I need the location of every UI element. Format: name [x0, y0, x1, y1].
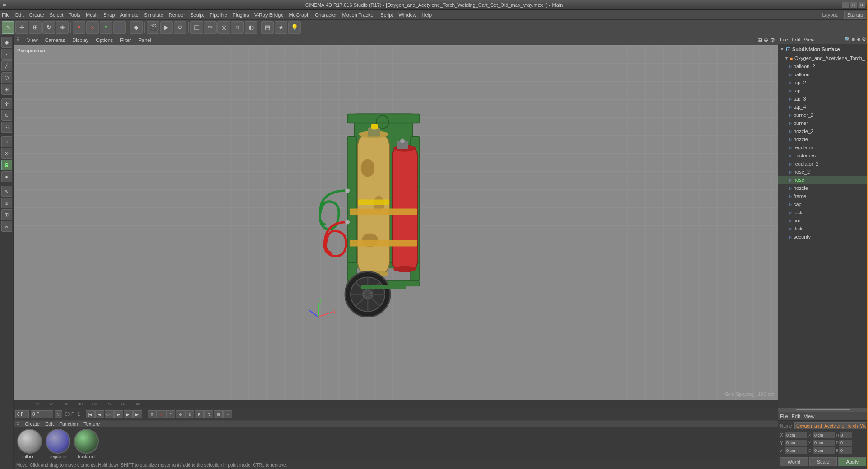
scene-layer-icon[interactable]: ⊞	[856, 37, 860, 42]
window-controls[interactable]: ─ □ ✕	[842, 2, 865, 8]
scene-filter-icon[interactable]: ≡	[852, 37, 855, 42]
tree-item-tap3[interactable]: ▷ tap_3	[778, 95, 868, 103]
tree-item-burner[interactable]: ▷ burner	[778, 119, 868, 127]
x-pos-field[interactable]: 0 cm	[785, 432, 807, 438]
menu-sculpt[interactable]: Sculpt	[190, 12, 204, 18]
menu-help[interactable]: Help	[422, 12, 432, 18]
go-to-start-button[interactable]: |◀	[86, 410, 95, 418]
brush-btn[interactable]: ●	[1, 171, 12, 182]
record-button[interactable]: ⚙	[148, 410, 157, 418]
tree-item-hose2[interactable]: ▷ hose_2	[778, 168, 868, 176]
z-pos-field[interactable]: 0 cm	[785, 447, 807, 454]
close-button[interactable]: ✕	[858, 2, 865, 8]
apply-button[interactable]: Apply	[838, 457, 866, 466]
spline-btn[interactable]: ∿	[1, 186, 12, 197]
rotation-key-button[interactable]: R	[204, 410, 213, 418]
menu-edit[interactable]: Edit	[15, 12, 24, 18]
edge-mode-btn[interactable]: ╱	[1, 60, 12, 71]
viewport-maximize-icon[interactable]: ⊞	[757, 37, 762, 43]
render-settings-button[interactable]: ⚙	[174, 21, 186, 34]
menu-window[interactable]: Window	[398, 12, 416, 18]
knife-button[interactable]: ⌗	[231, 21, 244, 34]
rotate-tool-button[interactable]: ↻	[42, 21, 55, 34]
menu-vray[interactable]: V-Ray Bridge	[254, 12, 284, 18]
y-axis-button[interactable]: Y	[100, 21, 112, 34]
tree-item-tap2[interactable]: ▷ tap_2	[778, 78, 868, 87]
uv-mode-btn[interactable]: ⊞	[1, 84, 12, 95]
record-auto-button[interactable]: ●	[157, 410, 166, 418]
menu-animate[interactable]: Animate	[120, 12, 139, 18]
scene-file-menu[interactable]: File	[780, 37, 788, 42]
3d-viewport[interactable]: Perspective	[14, 45, 778, 400]
draw-button[interactable]: ✏	[204, 21, 217, 34]
y-size-field[interactable]: 0 cm	[813, 440, 835, 446]
menu-mesh[interactable]: Mesh	[86, 12, 98, 18]
menu-create[interactable]: Create	[29, 12, 44, 18]
viewport-menu-view[interactable]: View	[27, 37, 38, 43]
object-mode-button[interactable]: ◆	[130, 21, 143, 34]
selection-key-button[interactable]: ⊙	[185, 410, 194, 418]
p-field[interactable]: 0°	[839, 440, 852, 446]
subdivision-surface-item[interactable]: ▼ ⊡ Subdivision Surface	[778, 44, 868, 54]
material-tab-edit[interactable]: Edit	[45, 421, 54, 427]
texture-btn[interactable]: ⊞	[1, 209, 12, 220]
scene-view-menu[interactable]: View	[804, 37, 815, 42]
viewport-lock-icon[interactable]: ⊕	[764, 37, 768, 43]
attr-file-menu[interactable]: File	[780, 414, 788, 419]
material-tab-texture[interactable]: Texture	[83, 421, 100, 427]
minimize-button[interactable]: ─	[842, 2, 849, 8]
tree-item-tap4[interactable]: ▷ tap_4	[778, 103, 868, 111]
menu-snap[interactable]: Snap	[103, 12, 115, 18]
scene-search-icon[interactable]: 🔍	[845, 37, 851, 42]
light-btn[interactable]: 💡	[288, 21, 301, 34]
menu-mograph[interactable]: MoGraph	[289, 12, 309, 18]
object-mode-left-btn[interactable]: ◆	[1, 37, 12, 48]
poly-mode-btn[interactable]: ⬡	[1, 72, 12, 83]
tree-item-nozzle2[interactable]: ▷ nozzle_2	[778, 127, 868, 135]
play-button[interactable]: ▶	[114, 410, 123, 418]
material-ball-balloon[interactable]	[17, 429, 42, 454]
tree-item-disk[interactable]: ▷ disk	[778, 225, 868, 233]
tree-item-regulator2[interactable]: ▷ regulator_2	[778, 160, 868, 168]
move-left-btn[interactable]: ✛	[1, 98, 12, 109]
tree-item-security[interactable]: ▷ security	[778, 233, 868, 241]
render-region-button[interactable]: 🎬	[147, 21, 159, 34]
tree-item-hose[interactable]: ▷ hose	[778, 176, 868, 184]
fx-btn[interactable]: ★	[275, 21, 287, 34]
tree-item-frame[interactable]: ▷ frame	[778, 192, 868, 200]
tree-item-main-group[interactable]: ▼ ■ Oxygen_and_Acetylene_Torch_	[778, 54, 868, 62]
menu-plugins[interactable]: Plugins	[233, 12, 249, 18]
menu-pipeline[interactable]: Pipeline	[209, 12, 227, 18]
scrollbar-thumb[interactable]	[796, 409, 850, 410]
material-tab-function[interactable]: Function	[59, 421, 78, 427]
smooth-button[interactable]: ◎	[217, 21, 230, 34]
sequence-button[interactable]: ≡	[223, 410, 232, 418]
tree-item-nozzle[interactable]: ▷ nozzle	[778, 135, 868, 143]
snap-left-btn[interactable]: ⊙	[1, 148, 12, 159]
cube-button[interactable]: □	[190, 21, 203, 34]
scene-edit-menu[interactable]: Edit	[792, 37, 800, 42]
paint-button[interactable]: ◐	[245, 21, 257, 34]
maximize-button[interactable]: □	[850, 2, 857, 8]
menu-simulate[interactable]: Simulate	[144, 12, 163, 18]
motion-key-button[interactable]: ⊕	[176, 410, 185, 418]
material-tab-create[interactable]: Create	[25, 421, 40, 427]
select-tool-button[interactable]: ↖	[2, 21, 14, 34]
viewport-menu-display[interactable]: Display	[72, 37, 88, 43]
viewport-menu-cameras[interactable]: Cameras	[45, 37, 65, 43]
name-btn[interactable]: A	[1, 221, 12, 232]
tree-item-tire[interactable]: ▷ tire	[778, 216, 868, 225]
point-mode-btn[interactable]: ·	[1, 49, 12, 60]
no-axis-button[interactable]: ✕	[73, 21, 85, 34]
tree-item-fasteners[interactable]: ▷ Fasteners	[778, 152, 868, 160]
transform-tool-button[interactable]: ⊕	[56, 21, 69, 34]
s-btn[interactable]: S	[1, 160, 12, 170]
tree-item-burner2[interactable]: ▷ burner_2	[778, 111, 868, 119]
menu-motion-tracker[interactable]: Motion Tracker	[342, 12, 375, 18]
paint2-btn[interactable]: ⊗	[1, 198, 12, 208]
step-forward-button[interactable]: ▶	[124, 410, 133, 418]
tree-item-tap[interactable]: ▷ tap	[778, 87, 868, 95]
x-axis-button[interactable]: X	[86, 21, 99, 34]
play-reverse-button[interactable]: ◁◁	[105, 410, 114, 418]
menu-script[interactable]: Script	[380, 12, 393, 18]
